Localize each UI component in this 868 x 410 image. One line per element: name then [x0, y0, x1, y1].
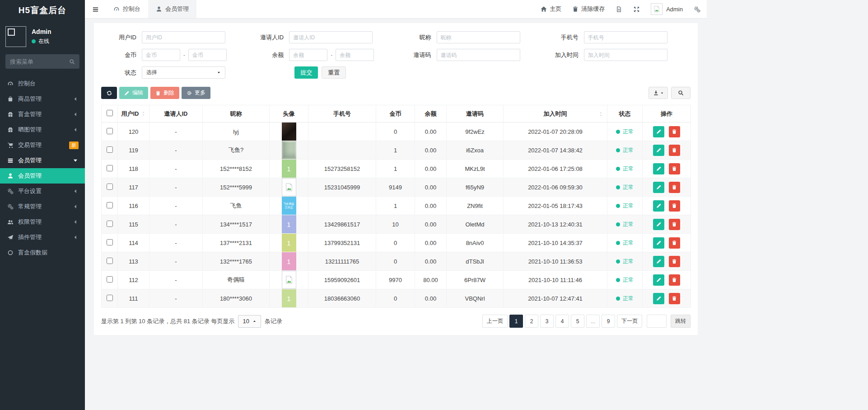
cell-status: 正常: [607, 141, 643, 160]
balance-min-input[interactable]: [289, 49, 327, 61]
prev-page-button[interactable]: 上一页: [482, 315, 508, 328]
docs-button[interactable]: [616, 6, 622, 13]
edit-row-button[interactable]: [653, 293, 664, 304]
pencil-icon: [656, 296, 662, 301]
sidebar-item-plugins[interactable]: 插件管理: [0, 230, 85, 245]
edit-row-button[interactable]: [653, 163, 664, 174]
edit-row-button[interactable]: [653, 237, 664, 249]
home-link[interactable]: 主页: [541, 5, 561, 13]
sidebar-item-dashboard[interactable]: 控制台: [0, 76, 85, 91]
edit-row-button[interactable]: [653, 200, 664, 212]
row-checkbox[interactable]: [107, 184, 113, 190]
edit-row-button[interactable]: [653, 182, 664, 193]
sidebar-item-permissions[interactable]: 权限管理: [0, 214, 85, 230]
sidebar-item-general[interactable]: 常规管理: [0, 199, 85, 214]
row-checkbox[interactable]: [107, 276, 113, 283]
gold-min-input[interactable]: [142, 49, 180, 61]
nickname-input[interactable]: [437, 31, 520, 43]
delete-row-button[interactable]: [669, 182, 680, 193]
select-all-checkbox[interactable]: [107, 110, 113, 116]
invite-code-input[interactable]: [437, 49, 520, 61]
next-page-button[interactable]: 下一页: [617, 315, 642, 328]
delete-row-button[interactable]: [669, 274, 680, 286]
member-avatar: [282, 141, 296, 159]
edit-row-button[interactable]: [653, 219, 664, 230]
sidebar-item-members[interactable]: 会员管理: [0, 168, 85, 184]
chevron-icon: [72, 203, 79, 210]
page-button-3[interactable]: 3: [540, 315, 554, 328]
settings-button[interactable]: [694, 6, 700, 13]
sidebar-item-members-group[interactable]: 会员管理: [0, 153, 85, 168]
edit-row-button[interactable]: [653, 145, 664, 156]
trash-icon: [672, 147, 677, 153]
row-checkbox[interactable]: [107, 221, 113, 227]
edit-row-button[interactable]: [653, 256, 664, 267]
header-user-id[interactable]: 用户ID: [118, 105, 149, 123]
status-select[interactable]: 选择: [142, 66, 225, 79]
row-checkbox[interactable]: [107, 165, 113, 171]
cell-phone: 15273258152: [308, 160, 376, 178]
row-checkbox[interactable]: [107, 202, 113, 208]
jump-button[interactable]: 跳转: [671, 315, 691, 328]
status-dot-icon: [616, 130, 620, 134]
delete-row-button[interactable]: [669, 126, 680, 137]
row-checkbox[interactable]: [107, 239, 113, 245]
reset-button[interactable]: 重置: [322, 66, 346, 79]
table-search-button[interactable]: [671, 87, 691, 99]
sidebar-item-trade[interactable]: 交易管理 新: [0, 137, 85, 153]
inviter-id-input[interactable]: [289, 31, 373, 43]
page-size-select[interactable]: 10: [238, 315, 261, 328]
sidebar-toggle-button[interactable]: [85, 0, 106, 18]
row-checkbox[interactable]: [107, 146, 113, 153]
row-checkbox[interactable]: [107, 258, 113, 264]
row-checkbox[interactable]: [107, 295, 113, 301]
jump-page-input[interactable]: [647, 315, 667, 328]
cell-join-time: 2021-10-10 14:35:37: [504, 234, 607, 252]
delete-row-button[interactable]: [669, 145, 680, 156]
member-avatar: [282, 271, 296, 289]
sidebar-item-fake-data[interactable]: 盲盒假数据: [0, 245, 85, 260]
balance-max-input[interactable]: [336, 49, 374, 61]
delete-row-button[interactable]: [669, 256, 680, 267]
row-checkbox[interactable]: [107, 128, 113, 134]
delete-row-button[interactable]: [669, 219, 680, 230]
refresh-button[interactable]: [101, 87, 117, 99]
cell-user-id: 116: [118, 197, 149, 215]
user-menu[interactable]: Admin: [651, 3, 683, 15]
delete-row-button[interactable]: [669, 200, 680, 212]
edit-row-button[interactable]: [653, 126, 664, 137]
edit-button[interactable]: 编辑: [119, 87, 148, 99]
gold-max-input[interactable]: [188, 49, 227, 61]
more-button[interactable]: 更多: [182, 87, 210, 99]
header-join-time[interactable]: 加入时间: [504, 105, 607, 123]
page-button-9[interactable]: 9: [602, 315, 615, 328]
avatar-text: 1: [287, 258, 290, 265]
edit-row-button[interactable]: [653, 274, 664, 286]
export-button[interactable]: [649, 87, 668, 99]
page-button-1[interactable]: 1: [509, 315, 523, 328]
phone-input[interactable]: [584, 31, 667, 43]
page-button-5[interactable]: 5: [571, 315, 584, 328]
submit-button[interactable]: 提交: [294, 66, 318, 79]
sidebar-item-label: 常规管理: [18, 203, 42, 211]
delete-button[interactable]: 删除: [150, 87, 179, 99]
cell-join-time: 2022-01-07 14:38:42: [504, 141, 607, 160]
sidebar-item-label: 交易管理: [18, 141, 42, 149]
sidebar-item-photos[interactable]: 晒图管理: [0, 122, 85, 137]
user-id-input[interactable]: [142, 31, 225, 43]
member-avatar: 1: [282, 234, 296, 252]
join-time-input[interactable]: [584, 49, 667, 61]
fullscreen-button[interactable]: [633, 6, 640, 13]
clear-cache-link[interactable]: 清除缓存: [572, 5, 605, 13]
sidebar-item-goods[interactable]: 商品管理: [0, 91, 85, 107]
page-button-2[interactable]: 2: [525, 315, 538, 328]
delete-row-button[interactable]: [669, 237, 680, 249]
sidebar-item-platform[interactable]: 平台设置: [0, 184, 85, 199]
sidebar-item-blindbox[interactable]: 盲盒管理: [0, 107, 85, 122]
delete-row-button[interactable]: [669, 163, 680, 174]
tab-members[interactable]: 会员管理: [148, 0, 196, 18]
delete-row-button[interactable]: [669, 293, 680, 304]
page-button-4[interactable]: 4: [555, 315, 569, 328]
sidebar-search-input[interactable]: [10, 58, 69, 65]
tab-dashboard[interactable]: 控制台: [106, 0, 148, 18]
